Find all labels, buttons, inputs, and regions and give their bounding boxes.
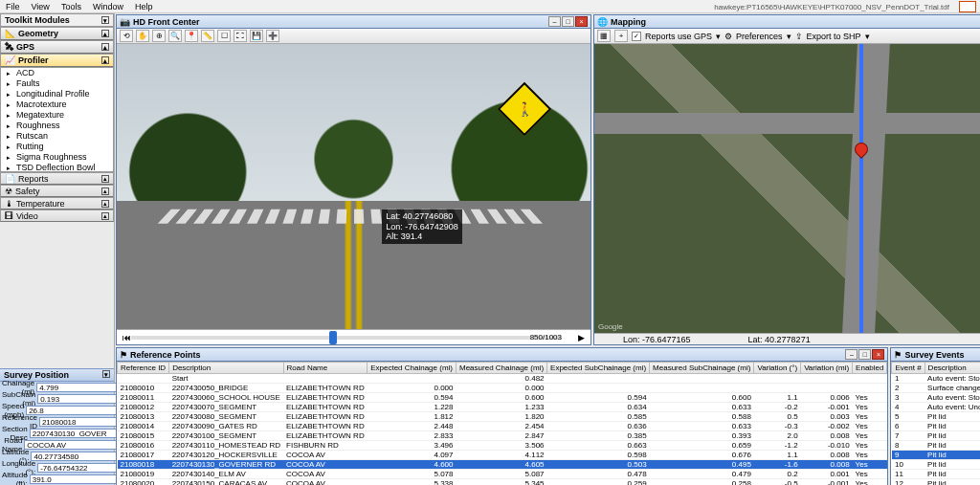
reports-icon: 📄 xyxy=(5,174,15,184)
profiler-tree[interactable]: ACDFaultsLongitudinal ProfileMacrotextur… xyxy=(0,67,114,172)
tree-item[interactable]: Rutscan xyxy=(1,131,113,142)
table-row[interactable]: 210800192207430140_ELM AVCOCOA AV5.0785.… xyxy=(118,470,887,479)
table-row[interactable]: 11Pit lid5.139 xyxy=(892,470,980,479)
table-row[interactable]: 210800122207430070_SEGMENTELIZABETHTOWN … xyxy=(118,403,887,412)
column-header[interactable]: Road Name xyxy=(283,363,368,374)
play-button[interactable]: ▶ xyxy=(578,333,585,342)
tool-zoom[interactable]: 🔍 xyxy=(168,30,182,42)
reference-table[interactable]: Reference IDDescriptionRoad NameExpected… xyxy=(117,362,887,485)
section-temperature[interactable]: 🌡Temperature▴ xyxy=(0,197,114,209)
column-header[interactable]: Event # xyxy=(892,363,924,374)
hd-front-window: 📷HD Front Center – □ × ⟲ ✋ ⊕ 🔍 📍 📏 ☐ ⛶ xyxy=(116,14,591,345)
tool-crop[interactable]: ☐ xyxy=(217,30,231,42)
minimize-button[interactable]: – xyxy=(548,16,561,27)
open-file-path: hawkeye:PT16565\HAWKEYE\HPTK07000_NSV_Pe… xyxy=(714,3,949,11)
menu-help[interactable]: Help xyxy=(135,2,153,11)
table-row[interactable]: Start0.482 xyxy=(118,374,887,384)
table-row[interactable]: 210800132207430080_SEGMENTELIZABETHTOWN … xyxy=(118,412,887,422)
map-layers[interactable]: ▦ xyxy=(597,30,611,42)
column-header[interactable]: Measured SubChainage (mi) xyxy=(650,363,754,374)
table-row[interactable]: 210800142207430090_GATES RDELIZABETHTOWN… xyxy=(118,422,887,431)
section-gps[interactable]: 🛰GPS▴ xyxy=(0,40,114,54)
gear-icon[interactable]: ⚙ xyxy=(724,32,732,41)
section-safety[interactable]: ☢Safety▴ xyxy=(0,185,114,197)
close-button[interactable]: × xyxy=(575,16,588,27)
tool-target[interactable]: ⊕ xyxy=(152,30,166,42)
reports-gps-check[interactable]: ✓ xyxy=(632,32,641,41)
table-row[interactable]: 3Auto event: Stopped3.393 xyxy=(892,393,980,403)
section-geometry[interactable]: 📐Geometry▴ xyxy=(0,27,114,40)
tool-reset[interactable]: ⟲ xyxy=(120,30,133,42)
tree-item[interactable]: Longitudinal Profile xyxy=(1,89,113,99)
tool-ruler[interactable]: 📏 xyxy=(201,30,214,42)
column-header[interactable]: Description xyxy=(924,363,980,374)
minimize-button[interactable]: – xyxy=(845,349,858,360)
table-row[interactable]: 210800182207430130_GOVERNER RDCOCOA AV4.… xyxy=(118,460,887,470)
table-row[interactable]: 1Auto event: Stopped-0.483 xyxy=(892,374,980,384)
column-header[interactable]: Measured Chainage (mi) xyxy=(457,363,547,374)
hd-image-view[interactable]: 🚶 Lat: 40.27746080 Lon: -76.64742908 Alt… xyxy=(117,44,590,329)
table-row[interactable]: 210800172207430120_HOCKERSVILLECOCOA AV4… xyxy=(118,451,887,460)
map-view[interactable]: Map Satellite Google Map Data | Terms of… xyxy=(594,44,980,333)
tool-cross[interactable]: ➕ xyxy=(266,30,279,42)
trb-logo-icon xyxy=(959,1,976,12)
column-header[interactable]: Enabled xyxy=(853,363,887,374)
tree-item[interactable]: Rutting xyxy=(1,142,113,152)
maximize-button[interactable]: □ xyxy=(562,16,574,27)
tool-pin[interactable]: 📍 xyxy=(185,30,198,42)
frame-scrubber[interactable]: ⏮ 850/1003 ▶ xyxy=(117,329,590,344)
map-toolbar: ▦ + ✓ Reports use GPS▾ ⚙Preferences▾ ⇪Ex… xyxy=(594,29,980,44)
map-add[interactable]: + xyxy=(614,30,628,42)
table-row[interactable]: 210800102207430050_BRIDGEELIZABETHTOWN R… xyxy=(118,384,887,393)
menu-view[interactable]: View xyxy=(32,2,50,11)
tree-item[interactable]: Macrotexture xyxy=(1,99,113,110)
menu-file[interactable]: File xyxy=(6,2,20,11)
export-icon[interactable]: ⇪ xyxy=(795,32,803,41)
tree-item[interactable]: Sigma Roughness xyxy=(1,152,113,163)
table-row[interactable]: 4Auto event: Under speed3.394 xyxy=(892,403,980,412)
events-table[interactable]: Event #DescriptionDistance (mi)1Auto eve… xyxy=(891,362,980,485)
table-row[interactable]: 7Pit lid4.290 xyxy=(892,431,980,441)
table-row[interactable]: 8Pit lid4.594 xyxy=(892,441,980,451)
scrub-start-icon[interactable]: ⏮ xyxy=(122,333,131,342)
collapse-icon[interactable]: ▾ xyxy=(101,16,109,24)
tree-item[interactable]: Faults xyxy=(1,78,113,89)
table-row[interactable]: 6Pit lid4.218 xyxy=(892,422,980,431)
table-row[interactable]: 12Pit lid5.204 xyxy=(892,479,980,486)
menu-window[interactable]: Window xyxy=(93,2,123,11)
table-row[interactable]: 210800152207430100_SEGMENTELIZABETHTOWN … xyxy=(118,431,887,441)
tree-item[interactable]: Megatexture xyxy=(1,110,113,121)
section-video[interactable]: 🎞Video▴ xyxy=(0,209,114,222)
survey-events-pane: ⚑Survey Events –□× Event #DescriptionDis… xyxy=(890,347,980,485)
tree-item[interactable]: TSD Deflection Bowl xyxy=(1,163,113,172)
column-header[interactable]: Expected Chainage (mi) xyxy=(368,363,457,374)
menu-tools[interactable]: Tools xyxy=(61,2,81,11)
tool-fullscreen[interactable]: ⛶ xyxy=(234,30,247,42)
column-header[interactable]: Description xyxy=(169,363,283,374)
table-row[interactable]: 210800202207430150_CARACAS AVCOCOA AV5.3… xyxy=(118,479,887,486)
globe-icon: 🌐 xyxy=(597,17,608,27)
table-row[interactable]: 210800112207430060_SCHOOL HOUSEELIZABETH… xyxy=(118,393,887,403)
column-header[interactable]: Reference ID xyxy=(118,363,169,374)
column-header[interactable]: Variation (°) xyxy=(754,363,801,374)
table-row[interactable]: 5Pit lid4.075 xyxy=(892,412,980,422)
table-row[interactable]: 10Pit lid4.978 xyxy=(892,460,980,470)
table-row[interactable]: 2Surface change1.514 xyxy=(892,384,980,393)
tool-pan[interactable]: ✋ xyxy=(136,30,149,42)
section-profiler[interactable]: 📈Profiler▴ xyxy=(0,54,114,67)
table-row[interactable]: 9Pit lid4.648 xyxy=(892,451,980,460)
tree-item[interactable]: Roughness xyxy=(1,121,113,131)
section-reports[interactable]: 📄Reports▴ xyxy=(0,172,114,185)
tool-save[interactable]: 💾 xyxy=(250,30,263,42)
column-header[interactable]: Expected SubChainage (mi) xyxy=(547,363,650,374)
column-header[interactable]: Variation (mi) xyxy=(801,363,853,374)
table-row[interactable]: 210800162207430110_HOMESTEAD RDFISHBURN … xyxy=(118,441,887,451)
toolkit-header[interactable]: Toolkit Modules ▾ xyxy=(0,13,114,27)
maximize-button[interactable]: □ xyxy=(858,349,871,360)
safety-icon: ☢ xyxy=(5,187,12,196)
geometry-icon: 📐 xyxy=(5,29,15,38)
close-button[interactable]: × xyxy=(872,349,884,360)
scrub-handle[interactable] xyxy=(329,331,337,344)
profiler-icon: 📈 xyxy=(5,55,15,65)
tree-item[interactable]: ACD xyxy=(1,68,113,78)
